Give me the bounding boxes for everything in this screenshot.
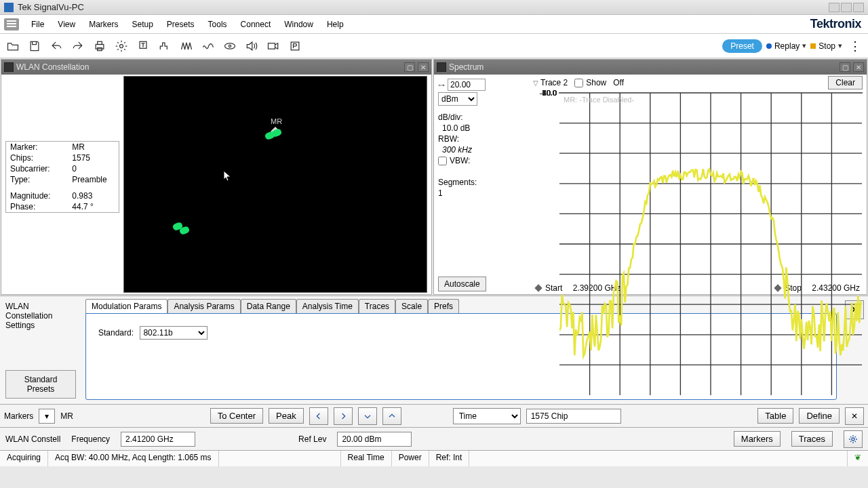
replay-button[interactable]: Replay ▾ — [766, 41, 806, 51]
freq-input[interactable] — [121, 432, 195, 447]
ref-input[interactable] — [337, 432, 412, 447]
menu-setup[interactable]: Setup — [125, 15, 159, 33]
table-button[interactable]: Table — [757, 408, 793, 424]
trigger-icon[interactable] — [156, 37, 174, 55]
close-button[interactable] — [853, 3, 864, 12]
undo-icon[interactable] — [47, 37, 65, 55]
pulse-icon[interactable] — [178, 37, 195, 55]
eye-icon[interactable] — [221, 37, 239, 55]
replay-dot-icon — [766, 43, 772, 49]
marker-value-input[interactable] — [526, 409, 621, 424]
panel-max-icon[interactable]: ▢ — [840, 62, 850, 72]
tab-analysis-params[interactable]: Analysis Params — [167, 299, 240, 313]
gear-icon[interactable] — [844, 430, 863, 448]
panel-spectrum-title: Spectrum — [449, 62, 484, 72]
dbdiv-label: dB/div: — [438, 113, 525, 122]
prev-peak-icon[interactable] — [309, 407, 328, 425]
panel-spectrum: Spectrum ▢ ✕ ⊶ dBm dB/div: 10.0 dB RBW: … — [433, 59, 867, 295]
panel-close-icon[interactable]: ✕ — [418, 62, 429, 72]
maximize-button[interactable] — [841, 3, 852, 12]
info-label: Magnitude: — [6, 190, 68, 201]
status-bar-2: WLAN Constell Frequency Ref Lev Markers … — [0, 427, 868, 450]
panel-constellation-title: WLAN Constellation — [16, 62, 89, 72]
autoscale-button[interactable]: Autoscale — [438, 277, 486, 291]
marker-t-icon[interactable] — [134, 37, 152, 55]
peak-button[interactable]: Peak — [269, 408, 304, 424]
panel-close-icon[interactable]: ✕ — [853, 62, 864, 72]
info-label: Subcarrier: — [6, 163, 68, 174]
vbw-label: VBW: — [450, 156, 470, 165]
constellation-plot[interactable]: MR — [123, 76, 427, 293]
preset-button[interactable]: Preset — [722, 39, 762, 53]
redo-icon[interactable] — [69, 37, 87, 55]
more-icon[interactable]: ⋮ — [846, 40, 864, 52]
ref-label: Ref Lev — [298, 434, 326, 444]
panel-max-icon[interactable]: ▢ — [404, 62, 415, 72]
markers-button[interactable]: Markers — [734, 431, 781, 447]
acq-cell: Acq BW: 40.00 MHz, Acq Length: 1.065 ms — [48, 451, 219, 466]
speaker-icon[interactable] — [243, 37, 260, 55]
info-value: Preamble — [68, 174, 119, 185]
rbw-value: 300 kHz — [438, 145, 525, 155]
menu-markers[interactable]: Markers — [82, 15, 125, 33]
open-icon[interactable] — [4, 37, 22, 55]
save-icon[interactable] — [26, 37, 43, 55]
to-center-button[interactable]: To Center — [210, 408, 263, 424]
peak-up-icon[interactable] — [382, 407, 401, 425]
menu-view[interactable]: View — [51, 15, 82, 33]
p-icon[interactable] — [286, 37, 304, 55]
markers-close-icon[interactable]: ✕ — [845, 407, 864, 425]
settings-icon[interactable] — [113, 37, 130, 55]
tab-data-range[interactable]: Data Range — [241, 299, 296, 313]
menu-file[interactable]: File — [24, 15, 51, 33]
cursor-icon — [223, 170, 231, 182]
vbw-checkbox[interactable] — [438, 157, 447, 165]
info-label: Phase: — [6, 201, 68, 213]
marker-dropdown[interactable]: ▾ — [39, 409, 55, 424]
traces-button[interactable]: Traces — [791, 431, 833, 447]
show-checkbox[interactable] — [574, 79, 583, 87]
app-menu-icon[interactable] — [4, 18, 19, 30]
standard-select[interactable]: 802.11b — [140, 326, 208, 340]
unit-select[interactable]: dBm — [438, 92, 477, 106]
clear-button[interactable]: Clear — [828, 76, 863, 89]
menu-presets[interactable]: Presets — [160, 15, 201, 33]
menu-connect[interactable]: Connect — [234, 15, 278, 33]
freq-label: Frequency — [71, 434, 110, 444]
spectrum-controls: ⊶ dBm dB/div: 10.0 dB RBW: 300 kHz VBW: … — [434, 75, 529, 294]
panel-spectrum-header[interactable]: Spectrum ▢ ✕ — [434, 60, 867, 75]
constellation-icon — [4, 62, 14, 72]
peak-down-icon[interactable] — [358, 407, 377, 425]
trace-select[interactable]: ▽Trace 2 — [533, 78, 568, 87]
define-button[interactable]: Define — [799, 408, 840, 424]
tab-traces[interactable]: Traces — [359, 299, 395, 313]
standard-presets-button[interactable]: Standard Presets — [5, 370, 76, 399]
tab-prefs[interactable]: Prefs — [428, 299, 459, 313]
record-icon[interactable] — [264, 37, 282, 55]
panel-constellation-header[interactable]: WLAN Constellation ▢ ✕ — [1, 60, 431, 75]
rbw-label: RBW: — [438, 134, 525, 144]
spectrum-plot[interactable]: 20.0 10.0 0.0 -10.0 -20.0 -30.0 -40.0 -5… — [559, 92, 863, 94]
tab-modulation-params[interactable]: Modulation Params — [85, 299, 167, 313]
chevron-down-icon: ▾ — [802, 41, 806, 50]
info-value: 1575 — [68, 152, 119, 163]
wave-icon[interactable] — [199, 37, 217, 55]
menu-window[interactable]: Window — [277, 15, 320, 33]
tab-analysis-time[interactable]: Analysis Time — [296, 299, 359, 313]
next-peak-icon[interactable] — [334, 407, 353, 425]
info-value: 0.983 — [68, 190, 119, 201]
top-value-input[interactable] — [448, 79, 486, 91]
minimize-button[interactable] — [829, 3, 840, 12]
eco-icon: ❦ — [848, 451, 868, 466]
markers-bar: Markers ▾ MR To Center Peak Time Table D… — [0, 404, 868, 427]
print-icon[interactable] — [91, 37, 108, 55]
panel-name: WLAN Constell — [5, 434, 60, 444]
stop-square-icon — [810, 43, 816, 49]
chevron-down-icon: ▾ — [838, 41, 842, 50]
stop-button[interactable]: Stop ▾ — [810, 41, 842, 51]
domain-select[interactable]: Time — [453, 408, 521, 424]
menu-tools[interactable]: Tools — [201, 15, 234, 33]
menu-help[interactable]: Help — [320, 15, 351, 33]
constellation-info: Marker:MR Chips:1575 Subcarrier:0 Type:P… — [1, 75, 123, 294]
tab-scale[interactable]: Scale — [395, 299, 428, 313]
